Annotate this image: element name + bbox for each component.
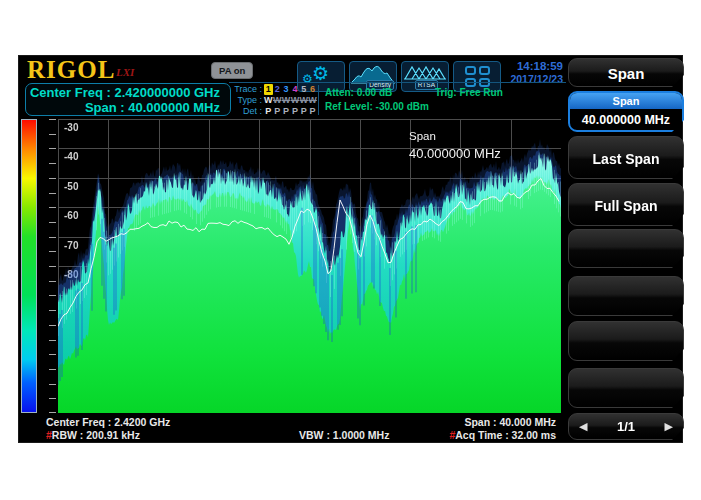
trace-5[interactable]: 5 <box>299 84 308 95</box>
span-annotation-value: 40.000000 MHz <box>409 145 501 162</box>
menu-title-span: Span <box>568 58 684 87</box>
menu-button-blank-3[interactable] <box>568 321 684 361</box>
menu-button-last-span[interactable]: Last Span <box>568 136 684 179</box>
page-prev-arrow[interactable]: ◀ <box>579 420 587 433</box>
trace-1[interactable]: 1 <box>264 84 273 95</box>
menu-pager: ◀ 1/1 ▶ <box>568 413 684 440</box>
trace-4-det: P <box>290 106 299 117</box>
center-freq-readout: Center Freq : 2.420000000 GHz <box>26 85 220 100</box>
frequency-readout-box: Center Freq : 2.420000000 GHz Span : 40.… <box>25 83 231 116</box>
type-row-label: Type : <box>233 95 262 106</box>
trigger-readout: Trig: Free Run <box>435 87 503 98</box>
menu-button-full-span[interactable]: Full Span <box>568 183 684 226</box>
trace-4-type: W <box>290 95 299 106</box>
time: 14:18:59 <box>485 60 563 73</box>
trace-table: Trace : 1 2 3 4 5 6 Type : W W W W W W D… <box>233 84 317 117</box>
status-center-freq: Center Freq : 2.4200 GHz <box>46 416 170 428</box>
screenshot-page: RIGOL LXI PA on ⚙ ⚙ Density RTSA 14:18:5… <box>0 0 701 500</box>
status-acq-time: #Acq Time : 32.00 ms <box>399 429 556 441</box>
span-annotation-label: Span <box>409 128 501 145</box>
amplitude-colorbar <box>21 119 37 413</box>
menu-button-blank-4[interactable] <box>568 368 684 408</box>
span-readout: Span : 40.000000 MHz <box>26 100 220 115</box>
ref-level-readout: Ref Level: -30.00 dBm <box>325 101 429 112</box>
trace-3-det: P <box>282 106 291 117</box>
status-span: Span : 40.000 MHz <box>399 416 556 428</box>
trace-3-type: W <box>282 95 291 106</box>
status-vbw: VBW : 1.0000 MHz <box>299 429 389 441</box>
instrument-screen: RIGOL LXI PA on ⚙ ⚙ Density RTSA 14:18:5… <box>18 55 683 443</box>
rigol-logo: RIGOL <box>27 56 115 84</box>
soft-menu: Span Span 40.000000 MHz Last Span Full S… <box>568 56 684 444</box>
header-divider <box>229 82 566 83</box>
trace-1-type: W <box>264 95 273 106</box>
page-indicator: 1/1 <box>617 419 635 434</box>
trace-6-type: W <box>308 95 317 106</box>
trace-3[interactable]: 3 <box>282 84 291 95</box>
pa-on-badge[interactable]: PA on <box>211 62 253 79</box>
trace-2-det: P <box>273 106 282 117</box>
active-button-value: 40.000000 MHz <box>570 109 682 132</box>
trace-5-det: P <box>299 106 308 117</box>
menu-button-blank-1[interactable] <box>568 229 684 268</box>
trace-5-type: W <box>299 95 308 106</box>
span-annotation: Span 40.000000 MHz <box>409 128 501 162</box>
trace-2[interactable]: 2 <box>273 84 282 95</box>
page-next-arrow[interactable]: ▶ <box>665 420 673 433</box>
det-row-label: Det : <box>233 106 262 117</box>
trace-1-det: P <box>264 106 273 117</box>
status-rbw: #RBW : 200.91 kHz <box>46 429 140 441</box>
trace-row-label: Trace : <box>233 84 262 95</box>
spectrum-plot[interactable] <box>37 119 561 413</box>
date: 2017/12/23 <box>485 73 563 86</box>
menu-button-span-active[interactable]: Span 40.000000 MHz <box>568 91 684 132</box>
atten-readout: Atten: 0.00 dB <box>325 87 392 98</box>
rtsa-peaks-icon <box>403 63 447 81</box>
trace-2-type: W <box>273 95 282 106</box>
gear-icon: ⚙ <box>312 64 329 83</box>
menu-button-blank-2[interactable] <box>568 276 684 316</box>
lxi-logo: LXI <box>116 66 134 78</box>
active-button-label: Span <box>570 93 682 109</box>
header-vertical-divider <box>318 85 319 115</box>
trace-4[interactable]: 4 <box>290 84 299 95</box>
trace-6-det: P <box>308 106 317 117</box>
trace-6[interactable]: 6 <box>308 84 317 95</box>
